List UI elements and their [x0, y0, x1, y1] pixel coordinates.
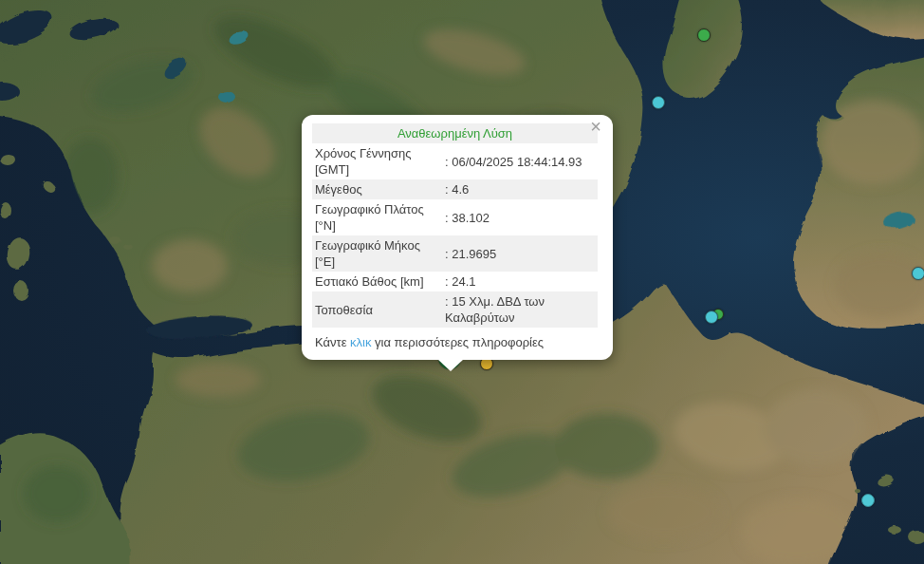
popup-content: Αναθεωρημένη Λύση Χρόνος Γέννησης [GMT] … [302, 115, 613, 360]
field-value: : 24.1 [441, 272, 598, 291]
event-marker-green[interactable] [697, 28, 711, 42]
popup-footer: Κάντε κλικ για περισσότερες πληροφορίες [315, 334, 598, 350]
event-marker-cyan[interactable] [912, 267, 924, 280]
field-value: : 4.6 [441, 179, 598, 199]
field-label: Γεωγραφικό Μήκος [°E] [312, 235, 441, 272]
event-popup: × Αναθεωρημένη Λύση Χρόνος Γέννησης [GMT… [302, 115, 613, 360]
popup-row-magnitude: Μέγεθος : 4.6 [312, 179, 598, 199]
field-label: Χρόνος Γέννησης [GMT] [312, 143, 441, 179]
popup-row-depth: Εστιακό Βάθος [km] : 24.1 [312, 272, 598, 291]
field-label: Εστιακό Βάθος [km] [312, 272, 441, 291]
popup-tail [437, 359, 464, 371]
field-label: Γεωγραφικό Πλάτος [°N] [312, 199, 441, 235]
event-marker-cyan[interactable] [705, 310, 718, 324]
footer-text-pre: Κάντε [315, 335, 350, 349]
field-label: Τοποθεσία [312, 300, 441, 320]
details-link[interactable]: κλικ [350, 335, 371, 349]
field-value: : 21.9695 [441, 244, 598, 264]
popup-row-longitude: Γεωγραφικό Μήκος [°E] : 21.9695 [312, 235, 598, 272]
popup-row-origin-time: Χρόνος Γέννησης [GMT] : 06/04/2025 18:44… [312, 143, 598, 179]
close-icon[interactable]: × [588, 120, 603, 135]
field-label: Μέγεθος [312, 179, 441, 199]
popup-row-location: Τοποθεσία : 15 Χλμ. ΔΒΔ των Καλαβρύτων [312, 291, 598, 328]
footer-text-post: για περισσότερες πληροφορίες [371, 335, 544, 349]
popup-row-latitude: Γεωγραφικό Πλάτος [°N] : 38.102 [312, 199, 598, 235]
field-value: : 06/04/2025 18:44:14.93 [441, 152, 598, 172]
field-value: : 38.102 [441, 208, 598, 228]
earthquake-map-page: × Αναθεωρημένη Λύση Χρόνος Γέννησης [GMT… [0, 0, 924, 564]
popup-title: Αναθεωρημένη Λύση [312, 123, 598, 143]
event-marker-cyan[interactable] [652, 96, 665, 109]
field-value: : 15 Χλμ. ΔΒΔ των Καλαβρύτων [441, 291, 598, 328]
event-marker-cyan[interactable] [861, 494, 875, 507]
